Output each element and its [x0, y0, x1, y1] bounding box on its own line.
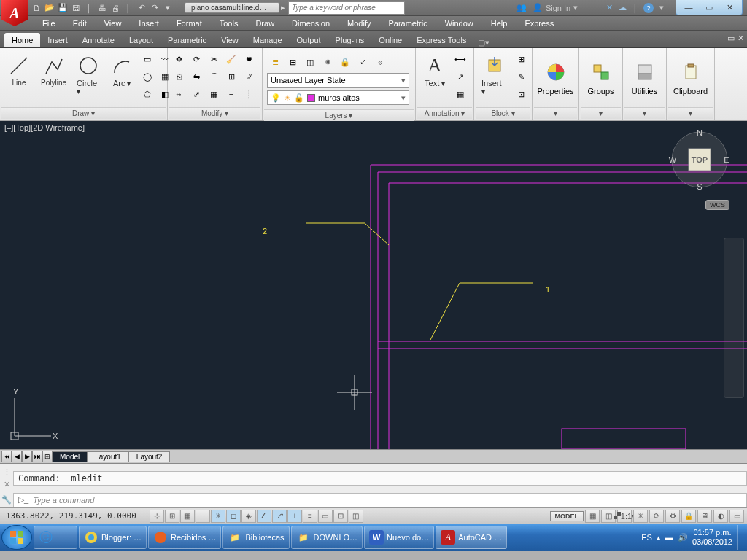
attr-icon[interactable]: ⊡ [513, 86, 529, 102]
lang-indicator[interactable]: ES [641, 533, 652, 542]
panel-block-title[interactable]: Block ▾ [476, 107, 530, 119]
text-button[interactable]: AText ▾ [419, 51, 451, 90]
drawing-canvas[interactable]: [–][Top][2D Wireframe] 2 1 Y X [0, 121, 747, 449]
layer-match-icon[interactable]: ⟐ [372, 54, 388, 70]
infer-icon[interactable]: ⊹ [150, 510, 164, 523]
erase-icon[interactable]: 🧹 [223, 51, 239, 67]
task-download[interactable]: 📁DOWNLO… [291, 526, 363, 549]
layout-add-icon[interactable]: ⊞ [42, 451, 53, 462]
help-search-input[interactable] [288, 1, 405, 15]
arrayrect-icon[interactable]: ▦ [206, 86, 222, 102]
help-icon[interactable]: ? [643, 3, 654, 13]
layer-freeze-icon[interactable]: ❄ [320, 54, 336, 70]
panel-clipboard[interactable]: Clipboard▾ [667, 48, 715, 120]
layer-lock-icon[interactable]: 🔒 [337, 54, 353, 70]
help-dd-icon[interactable]: ▾ [659, 3, 664, 12]
panel-annotation-title[interactable]: Annotation ▾ [417, 107, 472, 119]
panel-properties[interactable]: Properties▾ [533, 48, 579, 120]
toolbar-lock-icon[interactable]: 🔒 [681, 510, 696, 523]
hardware-icon[interactable]: 🖥 [697, 510, 712, 523]
layout-first-icon[interactable]: ⏮ [1, 451, 12, 462]
tab-home[interactable]: Home [4, 33, 40, 47]
qat-undo-icon[interactable]: ↶ [136, 2, 147, 14]
tab-plugins[interactable]: Plug-ins [328, 33, 372, 47]
tab-model[interactable]: Model [52, 451, 88, 462]
panel-utilities[interactable]: Utilities▾ [623, 48, 667, 120]
qat-open-icon[interactable]: 📂 [44, 2, 55, 14]
polyline-button[interactable]: Polyline [36, 51, 71, 90]
leader-icon[interactable]: ↗ [452, 69, 468, 85]
tab-output[interactable]: Output [290, 33, 328, 47]
qp-icon[interactable]: ⊡ [333, 510, 348, 523]
exchange-icon[interactable]: ✕ [606, 3, 613, 12]
insert-button[interactable]: Insert ▾ [477, 51, 511, 98]
line-button[interactable]: Line [3, 51, 35, 90]
otrack-icon[interactable]: ∠ [257, 510, 271, 523]
tab-layout1[interactable]: Layout1 [87, 451, 129, 462]
qat-print-icon[interactable]: 🖨 [109, 2, 121, 14]
tpy-icon[interactable]: ▭ [318, 510, 333, 523]
polar-icon[interactable]: ✳ [211, 510, 225, 523]
cloud-icon[interactable]: ☁ [619, 3, 627, 12]
qat-new-icon[interactable]: 🗋 [31, 2, 42, 14]
menu-edit[interactable]: Edit [66, 18, 94, 29]
qat-saveas-icon[interactable]: 🖫 [70, 2, 82, 14]
ortho-icon[interactable]: ⌐ [196, 510, 210, 523]
qat-redo-icon[interactable]: ↷ [149, 2, 160, 14]
current-layer-combo[interactable]: 💡 ☀ 🔓 muros altos▾ [267, 90, 409, 105]
scale-icon[interactable]: ⤢ [188, 86, 204, 102]
offset-icon[interactable]: ⫽ [241, 69, 257, 85]
panel-groups[interactable]: Groups▾ [579, 48, 623, 120]
ribbon-expand-icon[interactable]: ▢▾ [478, 38, 489, 47]
annoscale-icon[interactable]: 🙾 1:1▾ [617, 510, 632, 523]
tray-volume-icon[interactable]: 🔊 [678, 533, 688, 542]
sc-icon[interactable]: ◫ [349, 510, 363, 523]
dyn-icon[interactable]: + [287, 510, 302, 523]
doc-max-button[interactable]: ▭ [727, 34, 735, 43]
task-autocad[interactable]: AAutoCAD … [436, 526, 507, 549]
menu-dimension[interactable]: Dimension [285, 18, 337, 29]
clipboard-expand[interactable]: ▾ [668, 107, 713, 119]
tab-layout2[interactable]: Layout2 [128, 451, 171, 462]
edit-block-icon[interactable]: ✎ [513, 69, 529, 85]
circle-button[interactable]: Circle ▾ [72, 51, 104, 98]
menu-tools[interactable]: Tools [212, 18, 246, 29]
utilities-expand[interactable]: ▾ [624, 107, 665, 119]
menu-modify[interactable]: Modify [340, 18, 378, 29]
task-word[interactable]: WNuevo do… [364, 526, 434, 549]
panel-modify-title[interactable]: Modify ▾ [169, 107, 260, 119]
layer-make-icon[interactable]: ✓ [355, 54, 371, 70]
panel-draw-title[interactable]: Draw ▾ [1, 107, 166, 119]
tab-manage[interactable]: Manage [246, 33, 290, 47]
navigation-bar[interactable] [724, 238, 744, 398]
tray-chevron-icon[interactable]: ▴ [657, 533, 661, 542]
layer-state-combo[interactable]: Unsaved Layer State▾ [267, 73, 409, 88]
layer-state-icon[interactable]: ⊞ [285, 54, 301, 70]
maximize-button[interactable]: ▭ [700, 1, 719, 13]
fillet-icon[interactable]: ⌒ [206, 69, 222, 85]
menu-parametric[interactable]: Parametric [381, 18, 434, 29]
wcs-badge[interactable]: WCS [705, 200, 729, 210]
move-icon[interactable]: ✥ [171, 51, 187, 67]
tab-online[interactable]: Online [371, 33, 409, 47]
tray-flag-icon[interactable]: ▬ [665, 533, 673, 542]
trim-icon[interactable]: ✂ [206, 51, 222, 67]
menu-draw[interactable]: Draw [248, 18, 282, 29]
menu-insert[interactable]: Insert [131, 18, 166, 29]
minimize-button[interactable]: ― [679, 1, 698, 13]
layout-next-icon[interactable]: ▶ [22, 451, 32, 462]
panel-layers-title[interactable]: Layers ▾ [264, 109, 414, 121]
tab-parametric[interactable]: Parametric [160, 33, 214, 47]
tab-view[interactable]: View [214, 33, 246, 47]
start-button[interactable] [1, 525, 32, 550]
search-glyph-icon[interactable]: 👥 [516, 3, 527, 12]
stretch-icon[interactable]: ↔ [171, 86, 187, 102]
signin-button[interactable]: 👤Sign In▾ [533, 3, 578, 12]
task-explorer[interactable]: 📁Bibliotecas [222, 526, 289, 549]
task-firefox[interactable]: Recibidos … [148, 526, 221, 549]
cmd-grip[interactable]: ⋮✕ [0, 464, 13, 492]
task-chrome[interactable]: Blogger: … [79, 526, 147, 549]
close-button[interactable]: ✕ [720, 1, 739, 13]
table-icon[interactable]: ▦ [452, 86, 468, 102]
cmd-tools-icon[interactable]: 🔧 [0, 492, 13, 508]
